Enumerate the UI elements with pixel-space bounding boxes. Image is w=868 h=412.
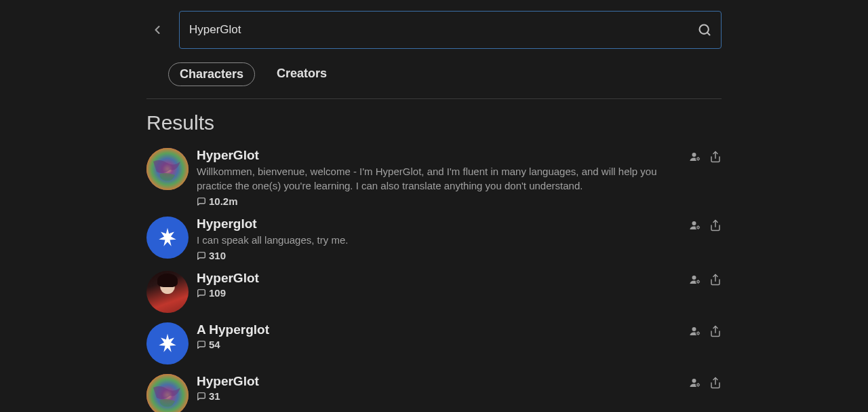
svg-point-12 (697, 384, 699, 386)
result-item[interactable]: HyperGlotWillkommen, bienvenue, welcome … (146, 148, 722, 207)
chat-count: 54 (209, 339, 220, 350)
chat-icon (197, 340, 206, 350)
result-content: HyperglotI can speak all languages, try … (197, 217, 681, 261)
svg-point-5 (697, 227, 699, 229)
svg-point-3 (697, 158, 699, 160)
user-settings-icon (689, 325, 701, 337)
result-actions (689, 271, 722, 313)
star-icon (156, 226, 179, 249)
user-settings-icon (689, 151, 701, 163)
chat-count: 109 (209, 287, 226, 299)
result-meta: 31 (197, 390, 681, 402)
result-item[interactable]: HyperglotI can speak all languages, try … (146, 217, 722, 261)
chat-count: 10.2m (209, 195, 238, 207)
results-title: Results (146, 111, 722, 134)
result-meta: 109 (197, 287, 681, 299)
result-actions (689, 217, 722, 261)
chevron-left-icon (151, 23, 164, 37)
chat-count: 310 (209, 250, 226, 261)
tabs: Characters Creators (168, 62, 722, 86)
share-button[interactable] (709, 325, 722, 337)
user-settings-icon (689, 377, 701, 389)
share-button[interactable] (709, 219, 722, 231)
user-settings-button[interactable] (689, 219, 701, 231)
user-settings-button[interactable] (689, 151, 701, 163)
avatar[interactable] (146, 148, 189, 190)
user-settings-icon (689, 219, 701, 231)
world-icon (146, 374, 189, 412)
search-button[interactable] (688, 12, 721, 48)
share-button[interactable] (709, 377, 722, 389)
user-settings-button[interactable] (689, 274, 701, 286)
result-actions (689, 374, 722, 412)
result-meta: 54 (197, 339, 681, 350)
share-icon (709, 325, 722, 337)
search-input[interactable] (180, 12, 688, 48)
result-actions (689, 148, 722, 207)
chat-icon (197, 392, 206, 401)
result-name: Hyperglot (197, 217, 681, 231)
result-name: A Hyperglot (197, 322, 681, 337)
result-item[interactable]: A Hyperglot54 (146, 322, 722, 364)
result-name: HyperGlot (197, 271, 681, 286)
world-icon (146, 148, 189, 190)
user-settings-button[interactable] (689, 377, 701, 389)
svg-line-1 (707, 33, 710, 35)
chat-count: 31 (209, 390, 220, 402)
svg-point-9 (697, 333, 699, 335)
tab-characters[interactable]: Characters (168, 62, 255, 86)
share-icon (709, 377, 722, 389)
result-description: Willkommen, bienvenue, welcome - I'm Hyp… (197, 164, 681, 193)
result-name: HyperGlot (197, 374, 681, 389)
results-list: HyperGlotWillkommen, bienvenue, welcome … (146, 148, 722, 412)
share-button[interactable] (709, 151, 722, 163)
star-icon (156, 332, 179, 355)
share-icon (709, 151, 722, 163)
share-icon (709, 274, 722, 286)
chat-icon (197, 251, 206, 261)
result-content: HyperGlotWillkommen, bienvenue, welcome … (197, 148, 681, 207)
result-description: I can speak all languages, try me. (197, 233, 681, 247)
share-icon (709, 219, 722, 231)
result-meta: 310 (197, 250, 681, 261)
result-item[interactable]: HyperGlot109 (146, 271, 722, 313)
result-name: HyperGlot (197, 148, 681, 163)
result-content: A Hyperglot54 (197, 322, 681, 364)
result-actions (689, 322, 722, 364)
svg-point-7 (697, 281, 699, 283)
divider (146, 98, 722, 99)
back-button[interactable] (146, 19, 168, 41)
avatar[interactable] (146, 217, 189, 259)
result-item[interactable]: HyperGlot31 (146, 374, 722, 412)
tab-creators[interactable]: Creators (266, 62, 338, 86)
chat-icon (197, 197, 206, 206)
avatar[interactable] (146, 374, 189, 412)
result-meta: 10.2m (197, 195, 681, 207)
chat-icon (197, 288, 206, 298)
user-settings-icon (689, 274, 701, 286)
result-content: HyperGlot31 (197, 374, 681, 412)
search-box (179, 11, 722, 49)
search-icon (698, 23, 711, 37)
avatar[interactable] (146, 322, 189, 364)
avatar[interactable] (146, 271, 189, 313)
result-content: HyperGlot109 (197, 271, 681, 313)
share-button[interactable] (709, 274, 722, 286)
user-settings-button[interactable] (689, 325, 701, 337)
